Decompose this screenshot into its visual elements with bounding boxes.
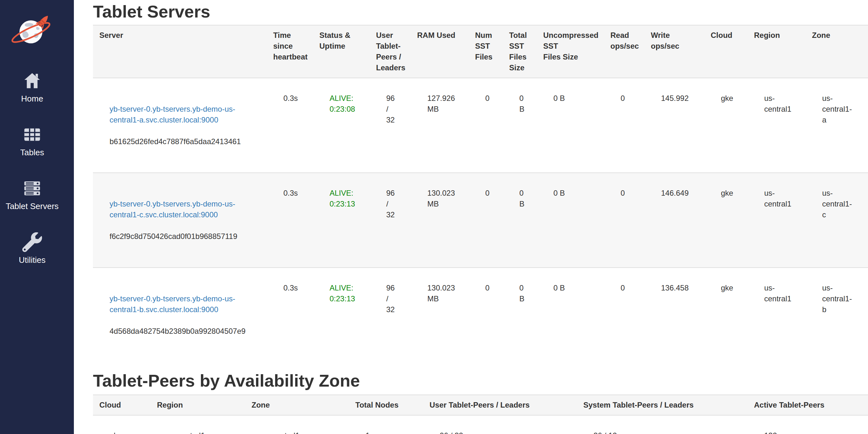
tables-icon bbox=[22, 125, 42, 144]
globe-rocket-icon bbox=[3, 9, 61, 45]
sidebar-item-home[interactable]: Home bbox=[21, 71, 43, 103]
table-header-row: Server Time since heartbeat Status & Upt… bbox=[93, 25, 868, 78]
write-ops-cell: 145.992 bbox=[645, 78, 704, 173]
page-title: Tablet Servers bbox=[93, 2, 868, 21]
zone-cell: us- central1- b bbox=[806, 268, 868, 362]
col-header-zone: Zone bbox=[806, 25, 868, 78]
uncompressed-sst-cell: 0 B bbox=[537, 268, 604, 362]
col-header-system-peers: System Tablet-Peers / Leaders bbox=[577, 395, 748, 415]
status-cell: ALIVE: 0:23:08 bbox=[313, 78, 370, 173]
table-row: gke us-central1 us-central1-a 1 96 / 32 … bbox=[93, 415, 868, 434]
ram-cell: 130.023 MB bbox=[411, 173, 469, 268]
heartbeat-cell: 0.3s bbox=[267, 78, 313, 173]
region-cell: us-central1 bbox=[151, 415, 245, 434]
main-content: Tablet Servers Server Time since heartbe… bbox=[74, 0, 868, 434]
col-header-cloud: Cloud bbox=[704, 25, 748, 78]
num-sst-cell: 0 bbox=[469, 173, 503, 268]
col-header-server: Server bbox=[93, 25, 267, 78]
server-cell: yb-tserver-0.yb-tservers.yb-demo-us- cen… bbox=[93, 173, 267, 268]
tablet-peers-by-zone-table: Cloud Region Zone Total Nodes User Table… bbox=[93, 395, 868, 434]
tablet-servers-table: Server Time since heartbeat Status & Upt… bbox=[93, 25, 868, 362]
active-peers-cell: 132 bbox=[748, 415, 868, 434]
server-link[interactable]: yb-tserver-0.yb-tservers.yb-demo-us- cen… bbox=[110, 293, 260, 315]
col-header-cloud: Cloud bbox=[93, 395, 151, 415]
zone-cell: us- central1- a bbox=[806, 78, 868, 173]
cloud-cell: gke bbox=[704, 78, 748, 173]
table-row: yb-tserver-0.yb-tservers.yb-demo-us- cen… bbox=[93, 78, 868, 173]
col-header-total-nodes: Total Nodes bbox=[349, 395, 423, 415]
sidebar-item-tablet-servers[interactable]: Tablet Servers bbox=[6, 178, 59, 211]
read-ops-cell: 0 bbox=[604, 173, 645, 268]
user-tablet-peers-cell: 96 / 32 bbox=[370, 268, 411, 362]
home-icon bbox=[22, 71, 42, 91]
col-header-user-peers: User Tablet-Peers / Leaders bbox=[423, 395, 577, 415]
total-sst-cell: 0 B bbox=[503, 268, 537, 362]
col-header-heartbeat: Time since heartbeat bbox=[267, 25, 313, 78]
table-row: yb-tserver-0.yb-tservers.yb-demo-us- cen… bbox=[93, 173, 868, 268]
sidebar-nav: Home Tables bbox=[0, 71, 64, 265]
num-sst-cell: 0 bbox=[469, 268, 503, 362]
zone-cell: us-central1-a bbox=[245, 415, 349, 434]
col-header-total-sst: Total SST Files Size bbox=[503, 25, 537, 78]
sidebar-item-tables[interactable]: Tables bbox=[20, 125, 44, 157]
cloud-cell: gke bbox=[704, 268, 748, 362]
uncompressed-sst-cell: 0 B bbox=[537, 173, 604, 268]
write-ops-cell: 136.458 bbox=[645, 268, 704, 362]
zone-cell: us- central1- c bbox=[806, 173, 868, 268]
server-link[interactable]: yb-tserver-0.yb-tservers.yb-demo-us- cen… bbox=[110, 199, 260, 220]
server-uuid: b61625d26fed4c7887f6a5daa2413461 bbox=[110, 136, 260, 147]
write-ops-cell: 146.649 bbox=[645, 173, 704, 268]
col-header-region: Region bbox=[748, 25, 806, 78]
server-cell: yb-tserver-0.yb-tservers.yb-demo-us- cen… bbox=[93, 78, 267, 173]
yugabyte-logo[interactable] bbox=[0, 9, 64, 45]
total-sst-cell: 0 B bbox=[503, 78, 537, 173]
col-header-read-ops: Read ops/sec bbox=[604, 25, 645, 78]
uncompressed-sst-cell: 0 B bbox=[537, 78, 604, 173]
total-sst-cell: 0 B bbox=[503, 173, 537, 268]
col-header-region: Region bbox=[151, 395, 245, 415]
ram-cell: 130.023 MB bbox=[411, 268, 469, 362]
total-nodes-cell: 1 bbox=[349, 415, 423, 434]
col-header-user-tablet-peers: User Tablet- Peers / Leaders bbox=[370, 25, 411, 78]
server-uuid: f6c2f9c8d750426cad0f01b968857119 bbox=[110, 231, 260, 242]
server-uuid: 4d568da482754b2389b0a992804507e9 bbox=[110, 326, 260, 337]
sidebar-item-label: Tablet Servers bbox=[6, 201, 59, 211]
sidebar: Home Tables bbox=[0, 0, 74, 434]
col-header-zone: Zone bbox=[245, 395, 349, 415]
status-cell: ALIVE: 0:23:13 bbox=[313, 173, 370, 268]
servers-icon bbox=[22, 178, 42, 198]
wrench-icon bbox=[22, 232, 42, 252]
user-tablet-peers-cell: 96 / 32 bbox=[370, 78, 411, 173]
user-tablet-peers-cell: 96 / 32 bbox=[370, 173, 411, 268]
table-header-row: Cloud Region Zone Total Nodes User Table… bbox=[93, 395, 868, 415]
section-title-tablet-peers-by-az: Tablet-Peers by Availability Zone bbox=[93, 370, 868, 391]
status-cell: ALIVE: 0:23:13 bbox=[313, 268, 370, 362]
region-cell: us- central1 bbox=[748, 78, 806, 173]
sidebar-item-utilities[interactable]: Utilities bbox=[19, 232, 45, 265]
col-header-num-sst: Num SST Files bbox=[469, 25, 503, 78]
region-cell: us- central1 bbox=[748, 268, 806, 362]
col-header-ram: RAM Used bbox=[411, 25, 469, 78]
heartbeat-cell: 0.3s bbox=[267, 173, 313, 268]
table-row: yb-tserver-0.yb-tservers.yb-demo-us- cen… bbox=[93, 268, 868, 362]
col-header-uncompressed-sst: Uncompressed SST Files Size bbox=[537, 25, 604, 78]
cloud-cell: gke bbox=[93, 415, 151, 434]
read-ops-cell: 0 bbox=[604, 78, 645, 173]
region-cell: us- central1 bbox=[748, 173, 806, 268]
sidebar-item-label: Tables bbox=[20, 147, 44, 157]
col-header-active-peers: Active Tablet-Peers bbox=[748, 395, 868, 415]
user-peers-cell: 96 / 32 bbox=[423, 415, 577, 434]
col-header-status: Status & Uptime bbox=[313, 25, 370, 78]
sidebar-item-label: Utilities bbox=[19, 255, 45, 265]
server-cell: yb-tserver-0.yb-tservers.yb-demo-us- cen… bbox=[93, 268, 267, 362]
sidebar-item-label: Home bbox=[21, 94, 43, 103]
server-link[interactable]: yb-tserver-0.yb-tservers.yb-demo-us- cen… bbox=[110, 104, 260, 125]
heartbeat-cell: 0.3s bbox=[267, 268, 313, 362]
num-sst-cell: 0 bbox=[469, 78, 503, 173]
ram-cell: 127.926 MB bbox=[411, 78, 469, 173]
col-header-write-ops: Write ops/sec bbox=[645, 25, 704, 78]
cloud-cell: gke bbox=[704, 173, 748, 268]
read-ops-cell: 0 bbox=[604, 268, 645, 362]
system-peers-cell: 36 / 12 bbox=[577, 415, 748, 434]
